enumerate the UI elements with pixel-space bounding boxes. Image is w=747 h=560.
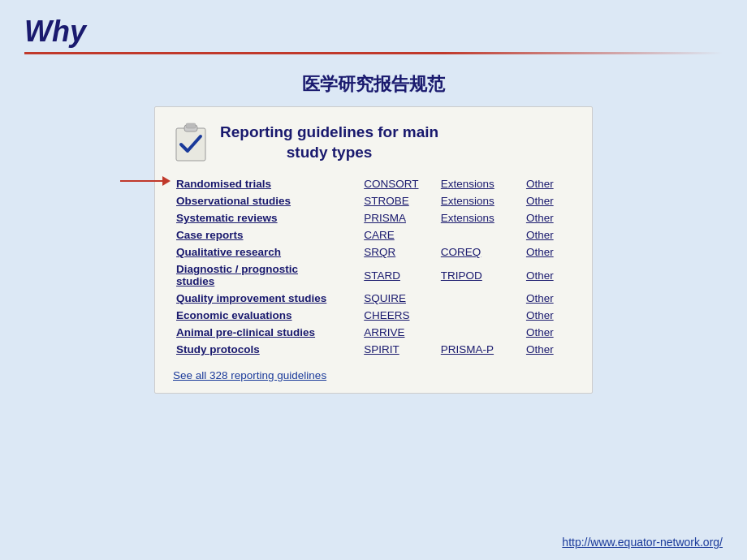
clipboard-icon [173,122,209,164]
table-row: Qualitative researchSRQRCOREQOther [173,243,574,261]
guideline-link-cell[interactable]: CHEERS [361,307,438,324]
extension-link-cell [438,324,523,341]
extension-link-cell[interactable]: Extensions [438,209,523,226]
study-type-cell[interactable]: Economic evaluations [173,307,361,324]
guideline-link-cell[interactable]: STARD [361,261,438,290]
reporting-guidelines-card: Reporting guidelines for main study type… [154,106,593,394]
card-container: Reporting guidelines for main study type… [0,106,747,394]
chinese-subtitle: 医学研究报告规范 [0,72,747,97]
table-row: Case reportsCAREOther [173,226,574,243]
study-type-cell[interactable]: Observational studies [173,192,361,209]
extension-link-cell[interactable]: COREQ [438,243,523,261]
other-link-cell[interactable]: Other [523,307,574,324]
guideline-link-cell[interactable]: ARRIVE [361,324,438,341]
other-link-cell[interactable]: Other [523,226,574,243]
guideline-link-cell[interactable]: STROBE [361,192,438,209]
arrow-indicator [120,176,171,186]
table-row: Observational studiesSTROBEExtensionsOth… [173,192,574,209]
card-header: Reporting guidelines for main study type… [173,122,574,164]
footer-link[interactable]: http://www.equator-network.org/ [562,536,723,549]
card-title: Reporting guidelines for main study type… [220,123,438,162]
other-link-cell[interactable]: Other [523,261,574,290]
other-link-cell[interactable]: Other [523,243,574,261]
page-title: Why [24,15,723,49]
extension-link-cell[interactable]: Extensions [438,192,523,209]
study-type-cell[interactable]: Quality improvement studies [173,290,361,307]
extension-link-cell[interactable]: Extensions [438,175,523,192]
arrow-line [120,180,162,182]
extension-link-cell [438,226,523,243]
see-all-link[interactable]: See all 328 reporting guidelines [173,369,574,381]
study-type-cell[interactable]: Case reports [173,226,361,243]
other-link-cell[interactable]: Other [523,209,574,226]
arrow-head [162,176,171,186]
table-row: Animal pre-clinical studiesARRIVEOther [173,324,574,341]
extension-link-cell [438,307,523,324]
guideline-link-cell[interactable]: SPIRIT [361,341,438,358]
extension-link-cell[interactable]: PRISMA-P [438,341,523,358]
other-link-cell[interactable]: Other [523,192,574,209]
svg-rect-2 [186,123,196,128]
study-type-cell[interactable]: Systematic reviews [173,209,361,226]
other-link-cell[interactable]: Other [523,341,574,358]
guideline-link-cell[interactable]: CARE [361,226,438,243]
table-row: Economic evaluationsCHEERSOther [173,307,574,324]
study-type-cell[interactable]: Qualitative research [173,243,361,261]
study-type-cell[interactable]: Randomised trials [173,175,361,192]
other-link-cell[interactable]: Other [523,175,574,192]
study-type-cell[interactable]: Animal pre-clinical studies [173,324,361,341]
table-row: Study protocolsSPIRITPRISMA-POther [173,341,574,358]
guideline-link-cell[interactable]: SQUIRE [361,290,438,307]
guidelines-table: Randomised trialsCONSORTExtensionsOtherO… [173,175,574,358]
other-link-cell[interactable]: Other [523,290,574,307]
guideline-link-cell[interactable]: SRQR [361,243,438,261]
page-header: Why [0,0,747,61]
table-row: Systematic reviewsPRISMAExtensionsOther [173,209,574,226]
other-link-cell[interactable]: Other [523,324,574,341]
header-divider [24,52,723,54]
extension-link-cell [438,290,523,307]
table-row: Randomised trialsCONSORTExtensionsOther [173,175,574,192]
table-row: Diagnostic / prognosticstudiesSTARDTRIPO… [173,261,574,290]
guideline-link-cell[interactable]: PRISMA [361,209,438,226]
extension-link-cell[interactable]: TRIPOD [438,261,523,290]
study-type-cell[interactable]: Study protocols [173,341,361,358]
table-row: Quality improvement studiesSQUIREOther [173,290,574,307]
study-type-cell[interactable]: Diagnostic / prognosticstudies [173,261,361,290]
guideline-link-cell[interactable]: CONSORT [361,175,438,192]
